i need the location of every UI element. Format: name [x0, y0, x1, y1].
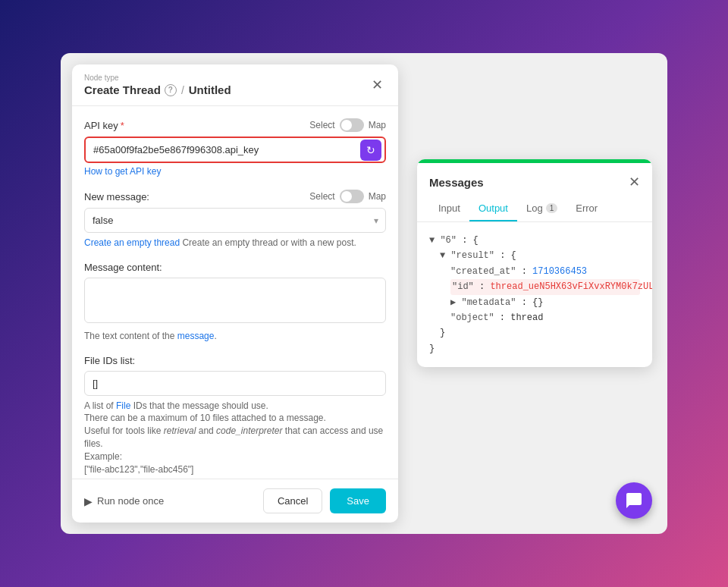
main-container: Node type Create Thread ? / Untitled ✕ A [61, 53, 667, 534]
panel-body: API key * Select Map ↻ How to get [72, 106, 398, 479]
messages-title: Messages [429, 176, 484, 189]
file-link[interactable]: File [116, 400, 130, 411]
message-content-field: Message content: The text content of the… [84, 262, 386, 343]
breadcrumb-subtitle: Untitled [189, 83, 231, 96]
api-key-controls: Select Map [309, 118, 386, 132]
json-line-3: "created_at" : 1710366453 [450, 264, 640, 279]
toggle-knob [341, 120, 352, 130]
cancel-button[interactable]: Cancel [263, 488, 322, 513]
message-content-label-row: Message content: [84, 262, 386, 273]
header-left: Node type Create Thread ? / Untitled [84, 74, 231, 96]
file-ids-hint: A list of File IDs that the message shou… [84, 400, 386, 476]
json-line-2: ▼ "result" : { [440, 248, 640, 263]
message-link[interactable]: message [177, 331, 215, 341]
run-once-button[interactable]: ▶ Run node once [84, 495, 164, 507]
tab-error[interactable]: Error [566, 196, 607, 221]
tab-log[interactable]: Log 1 [517, 196, 566, 221]
file-ids-field: File IDs list: A list of File IDs that t… [84, 355, 386, 476]
create-empty-thread-link[interactable]: Create an empty thread [84, 237, 180, 248]
file-ids-input[interactable] [84, 371, 386, 396]
api-key-label: API key * [84, 120, 124, 131]
json-line-4: "id" : thread_ueN5HX63vFiXvxRYM0k7zULk [450, 279, 640, 294]
json-line-5: ▶ "metadata" : {} [450, 295, 640, 310]
api-key-input[interactable] [84, 137, 386, 163]
new-message-label: New message: [84, 191, 149, 202]
toggle-knob-2 [341, 191, 352, 202]
new-message-controls: Select Map [309, 190, 386, 203]
new-message-label-row: New message: Select Map [84, 190, 386, 203]
new-message-select-label: Select [309, 191, 334, 202]
log-badge: 1 [546, 203, 558, 213]
messages-panel-header: Messages ✕ [417, 163, 652, 190]
save-button[interactable]: Save [330, 488, 386, 513]
breadcrumb: Create Thread ? / Untitled [84, 83, 231, 96]
play-icon: ▶ [84, 495, 93, 507]
chat-icon [625, 491, 643, 510]
tab-output[interactable]: Output [469, 196, 517, 221]
close-button[interactable]: ✕ [368, 76, 386, 94]
api-key-wrapper: ↻ [84, 137, 386, 163]
new-message-map-label: Map [369, 191, 386, 202]
api-key-link[interactable]: How to get API key [84, 166, 161, 177]
tab-input[interactable]: Input [429, 196, 469, 221]
message-content-input[interactable] [84, 278, 386, 323]
breadcrumb-separator: / [181, 84, 184, 96]
message-content-label: Message content: [84, 262, 162, 273]
message-content-hint: The text content of the message. [84, 330, 386, 343]
new-message-select[interactable]: false true [84, 208, 386, 233]
new-message-field: New message: Select Map false true ▾ [84, 190, 386, 250]
api-key-select-label: Select [309, 120, 334, 130]
json-line-1: ▼ "6" : { [429, 233, 640, 248]
messages-panel: Messages ✕ Input Output Log 1 Error ▼ "6… [417, 159, 652, 367]
required-star: * [121, 120, 124, 131]
new-message-toggle[interactable] [340, 190, 364, 203]
messages-close-button[interactable]: ✕ [629, 174, 640, 190]
json-line-7: } [440, 325, 640, 341]
panel-header: Node type Create Thread ? / Untitled ✕ [72, 64, 398, 106]
file-ids-label: File IDs list: [84, 355, 135, 366]
api-key-field: API key * Select Map ↻ How to get [84, 118, 386, 177]
chat-fab[interactable] [616, 482, 652, 519]
json-line-6: "object" : thread [450, 310, 640, 325]
json-line-8: } [429, 341, 640, 356]
new-message-select-wrapper: false true ▾ [84, 208, 386, 233]
panel-title: Create Thread ? [84, 83, 177, 96]
refresh-button[interactable]: ↻ [360, 140, 381, 161]
json-viewer: ▼ "6" : { ▼ "result" : { "created_at" : … [417, 222, 652, 367]
create-thread-panel: Node type Create Thread ? / Untitled ✕ A [72, 64, 398, 523]
help-icon[interactable]: ? [165, 84, 177, 96]
file-ids-label-row: File IDs list: [84, 355, 386, 366]
api-key-map-label: Map [369, 120, 386, 130]
api-key-toggle[interactable] [340, 118, 364, 132]
node-type-label: Node type [84, 74, 231, 82]
api-key-label-row: API key * Select Map [84, 118, 386, 132]
new-message-hint: Create an empty thread Create an empty t… [84, 237, 386, 250]
panel-footer: ▶ Run node once Cancel Save [72, 479, 398, 523]
footer-actions: Cancel Save [263, 488, 386, 513]
tabs-row: Input Output Log 1 Error [417, 196, 652, 222]
